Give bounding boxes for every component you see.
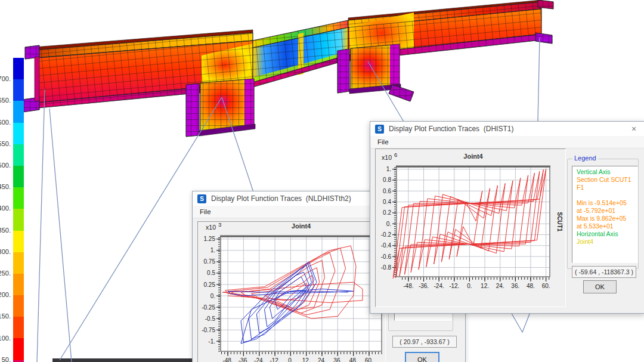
column-stub-2 [338,44,414,101]
x-axis-tick-label: 60. [542,283,550,289]
legend-entry: at -5.792e+01 [577,207,637,215]
column-stub-1 [186,79,255,137]
y-axis-tick-label: 0.75 [204,258,216,265]
contour-band [13,295,24,317]
y-axis-tick-label: 1. [210,247,215,253]
ok-button[interactable]: OK [405,352,439,362]
contour-band [13,317,24,338]
x-axis-tick-label: -12. [449,283,459,289]
legend-listbox-dhist1[interactable]: Vertical AxisSection Cut SCUT1F1 Min is … [572,166,638,263]
axis-scale-exponent: 6 [394,151,397,158]
legend-entry: F1 [577,184,637,191]
contour-scale-label: 200. [0,291,11,298]
y-axis-tick-label: 0.8 [383,177,391,183]
contour-band [13,360,24,362]
y-axis-tick-label: 0.6 [383,188,391,194]
legend-entry: Vertical Axis [577,168,637,176]
contour-scale-label: 550. [0,140,11,147]
contour-band [13,209,24,230]
x-axis-tick-label: 0. [467,283,472,289]
x-axis-tick-label: 12. [481,283,489,289]
dialog-title: Display Plot Function Traces (NLDHISTth2… [211,194,351,203]
contour-band [13,166,24,187]
hysteresis-plot-nldhistth2[interactable]: -48.-36.-24.-12.0.12.24.36.48.60.1.251.0… [198,222,385,362]
y-axis-tick-label: -1. [208,338,215,345]
x-axis-tick-label: -12. [270,357,280,362]
contour-band [13,123,24,144]
menu-file[interactable]: File [193,208,218,215]
legend-entry: Section Cut SCUT1 [577,176,637,184]
contour-band [13,101,24,122]
contour-band [13,274,24,295]
contour-scale-label: 650. [0,97,11,104]
titlebar-dhist1[interactable]: S Display Plot Function Traces (DHIST1) … [370,122,644,136]
steel-beam-mesh [23,0,553,112]
x-axis-tick-label: 60. [365,357,373,362]
y-axis-tick-label: -0.8 [381,264,392,271]
x-axis-tick-label: -36. [419,283,429,289]
plot-title: Joint4 [292,222,311,230]
y-axis-tick-label: -0.25 [202,304,215,311]
legend-groupbox-dhist1: Legend Vertical AxisSection Cut SCUT1F1 … [567,159,639,269]
y-axis-tick-label: 1.25 [204,236,216,242]
contour-band [13,58,24,79]
x-axis-tick-label: 24. [496,283,504,289]
x-axis-tick-label: -48. [403,283,413,289]
y-axis-tick-label: 0. [210,293,215,299]
y-axis-tick-label: 0.5 [207,270,215,276]
contour-scale-label: 300. [0,248,11,255]
x-axis-tick-label: -48. [222,357,233,362]
contour-scale-label: 350. [0,227,11,234]
contour-scale-label: 100. [0,335,11,342]
y-axis-tick-label: -0.2 [381,231,392,238]
plot-title: Joint4 [463,153,483,160]
contour-scale-label: 250. [0,270,11,277]
contour-scale-label: 50. [2,356,11,362]
x-axis-tick-label: 36. [333,357,342,362]
x-axis-tick-label: 48. [349,357,358,362]
right-axis-label: SCUT1 [556,212,563,232]
x-axis-tick-label: 48. [527,283,535,289]
contour-band [13,187,24,209]
y-axis-tick-label: 0.25 [204,281,216,288]
hysteresis-plot-dhist1[interactable]: -48.-36.-24.-12.0.12.24.36.48.60.1.0.80.… [376,149,565,307]
contour-band [13,338,24,360]
legend-entry: Joint4 [577,238,637,246]
contour-color-bar [13,58,24,362]
contour-scale-label: 400. [0,205,11,212]
coordinate-readout: ( -59.64 , -118367.3 ) [572,266,636,278]
legend-entry: at 5.533e+01 [577,222,637,230]
contour-scale-label: 500. [0,162,11,169]
menu-file[interactable]: File [370,138,396,146]
x-axis-tick-label: -24. [254,357,264,362]
y-axis-tick-label: -0.5 [205,315,216,322]
contour-band [13,252,24,274]
x-axis-tick-label: 24. [318,357,326,362]
axis-scale-label: x10 [206,224,216,231]
contour-scale-label: 700. [0,75,11,82]
contour-band [13,231,24,252]
legend-entry [577,191,637,199]
y-axis-tick-label: 0.2 [383,209,391,216]
x-axis-tick-label: -36. [239,357,249,362]
y-axis-tick-label: -0.4 [381,242,392,249]
ok-button[interactable]: OK [583,280,617,293]
close-icon[interactable]: × [629,124,639,134]
dialog-title: Display Plot Function Traces (DHIST1) [389,125,513,133]
sap2000-app-icon: S [197,194,206,203]
plot-panel-nldhistth2: -48.-36.-24.-12.0.12.24.36.48.60.1.251.0… [197,221,386,362]
stress-contour-scale: 700.650.600.550.500.450.400.350.300.250.… [0,0,36,362]
y-axis-tick-label: -0.75 [202,327,215,333]
background-window-edge [52,358,197,362]
menubar: File [370,136,644,148]
sap2000-workspace: { "contour_legend": { "values": ["700.",… [0,0,644,362]
coordinate-readout: ( 20.97 , -933.67 ) [392,336,457,348]
dialog-dhist1[interactable]: S Display Plot Function Traces (DHIST1) … [370,121,644,314]
axis-scale-label: x10 [382,154,392,161]
y-axis-tick-label: 0.4 [383,199,391,205]
contour-band [13,144,24,166]
y-axis-tick-label: -0.6 [381,253,392,260]
contour-scale-label: 150. [0,313,11,320]
x-axis-tick-label: 36. [511,283,519,289]
x-axis-tick-label: -24. [434,283,444,289]
